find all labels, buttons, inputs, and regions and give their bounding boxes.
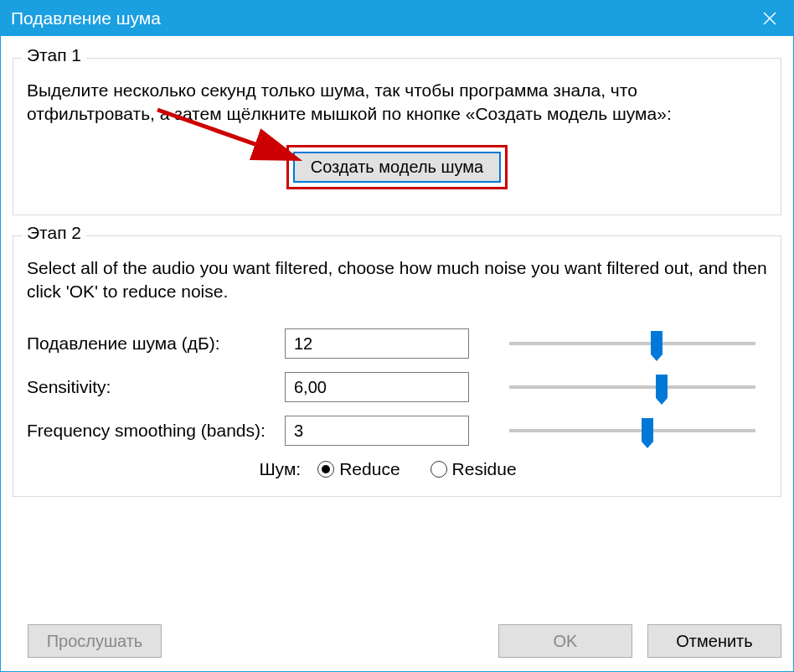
window-title: Подавление шума — [11, 8, 161, 28]
dialog-window: Подавление шума Этап 1 Выделите нескольк… — [0, 0, 794, 672]
param-row-reduction: Подавление шума (дБ): — [27, 328, 767, 359]
reduction-label: Подавление шума (дБ): — [27, 333, 278, 354]
reduction-input[interactable] — [285, 328, 469, 359]
slider-track — [509, 342, 755, 345]
highlight-box: Создать модель шума — [286, 145, 508, 189]
step2-group: Этап 2 Select all of the audio you want … — [13, 235, 781, 498]
slider-track — [509, 429, 755, 432]
sensitivity-input[interactable] — [285, 372, 469, 402]
cancel-button[interactable]: Отменить — [647, 624, 781, 658]
get-noise-profile-button[interactable]: Создать модель шума — [293, 152, 501, 183]
step1-legend: Этап 1 — [22, 45, 86, 65]
slider-thumb[interactable] — [651, 331, 663, 354]
preview-button[interactable]: Прослушать — [28, 624, 162, 658]
radio-residue-label: Residue — [452, 459, 517, 479]
ok-button[interactable]: OK — [498, 624, 632, 658]
smoothing-slider[interactable] — [509, 416, 755, 445]
smoothing-label: Frequency smoothing (bands): — [27, 421, 278, 441]
step2-instruction: Select all of the audio you want filtere… — [27, 256, 767, 304]
radio-residue[interactable]: Residue — [431, 459, 517, 479]
reduction-slider[interactable] — [509, 329, 755, 358]
smoothing-input[interactable] — [285, 416, 469, 446]
radio-reduce-label: Reduce — [339, 459, 400, 479]
noise-label: Шум: — [259, 459, 301, 479]
radio-icon — [431, 461, 447, 478]
step1-instruction: Выделите несколько секунд только шума, т… — [27, 79, 767, 127]
dialog-button-row: Прослушать OK Отменить — [13, 624, 781, 658]
close-icon — [763, 12, 776, 25]
sensitivity-label: Sensitivity: — [27, 377, 278, 397]
step1-button-row: Создать модель шума — [27, 138, 767, 193]
sensitivity-slider[interactable] — [509, 373, 755, 401]
close-button[interactable] — [746, 1, 793, 36]
step1-group: Этап 1 Выделите несколько секунд только … — [13, 58, 781, 215]
dialog-content: Этап 1 Выделите несколько секунд только … — [1, 36, 793, 509]
radio-reduce[interactable]: Reduce — [317, 459, 400, 479]
param-row-smoothing: Frequency smoothing (bands): — [27, 416, 767, 446]
slider-thumb[interactable] — [656, 375, 668, 398]
slider-thumb[interactable] — [642, 418, 653, 442]
titlebar: Подавление шума — [1, 1, 793, 36]
radio-icon — [317, 461, 334, 478]
slider-track — [509, 385, 755, 389]
noise-radio-row: Шум: Reduce Residue — [27, 459, 767, 479]
step2-legend: Этап 2 — [22, 223, 86, 243]
param-row-sensitivity: Sensitivity: — [27, 372, 767, 402]
